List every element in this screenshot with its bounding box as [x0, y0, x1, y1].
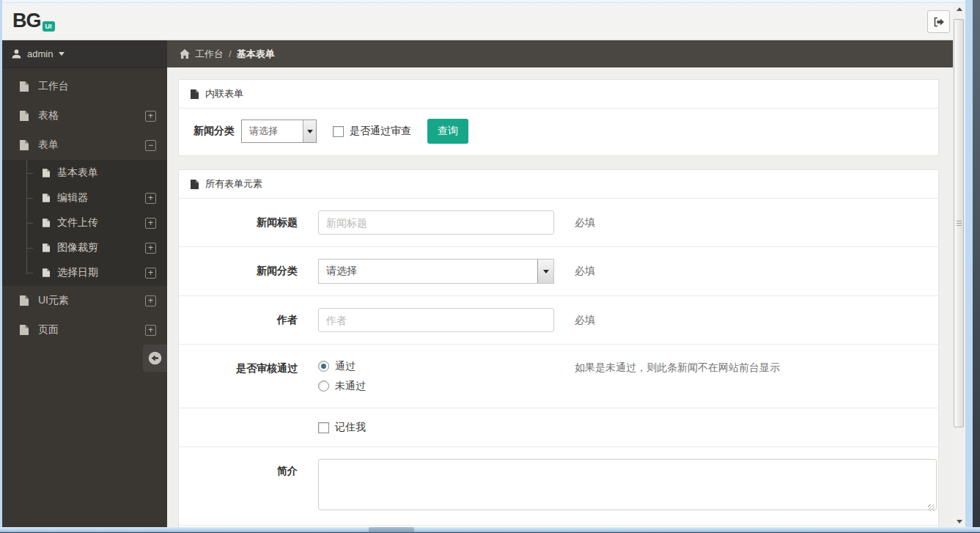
- query-button[interactable]: 查询: [427, 119, 468, 144]
- expand-plus-icon[interactable]: +: [145, 243, 156, 254]
- file-icon: [20, 81, 29, 92]
- field-label: 作者: [179, 308, 318, 332]
- sidebar-collapse-button[interactable]: [143, 345, 167, 372]
- sidebar-subitem-image-crop[interactable]: 图像裁剪 +: [2, 235, 167, 260]
- radio-option-fail: 未通过: [318, 376, 554, 396]
- chevron-down-icon: [543, 270, 549, 273]
- intro-textarea[interactable]: [318, 459, 937, 510]
- panel-header: 内联表单: [179, 80, 938, 109]
- panel-header: 所有表单元素: [179, 170, 938, 199]
- expand-plus-icon[interactable]: +: [145, 268, 156, 279]
- panel-title: 所有表单元素: [205, 177, 262, 191]
- app-logo: BGUI: [12, 10, 54, 32]
- sidebar-subitem-editor[interactable]: 编辑器 +: [2, 185, 167, 210]
- resize-grip-icon[interactable]: [928, 504, 935, 511]
- news-title-input[interactable]: [318, 210, 554, 235]
- tree-dash: [26, 223, 33, 224]
- collapse-minus-icon[interactable]: −: [145, 140, 156, 151]
- select-value: 请选择: [319, 260, 537, 283]
- required-badge: 必填: [575, 259, 595, 284]
- vertical-scrollbar[interactable]: [953, 3, 965, 528]
- news-category-row: 新闻分类 请选择 必填: [179, 247, 938, 296]
- arrow-up-icon: [957, 7, 962, 11]
- sidebar-item-label: UI元素: [38, 294, 69, 307]
- sidebar-subitem-date-picker[interactable]: 选择日期 +: [2, 260, 167, 285]
- field-control: [318, 210, 554, 235]
- expand-plus-icon[interactable]: +: [145, 193, 156, 204]
- window-border-top: [0, 0, 980, 3]
- logout-button[interactable]: [927, 10, 950, 33]
- remember-checkbox-label: 记住我: [335, 421, 366, 434]
- scrollbar-up-button[interactable]: [953, 3, 965, 15]
- select-dropdown-button[interactable]: [303, 120, 316, 142]
- expand-plus-icon[interactable]: +: [145, 218, 156, 229]
- sidebar-item-label: 页面: [38, 323, 59, 337]
- tree-dash: [26, 198, 33, 199]
- intro-row: 简介: [179, 447, 938, 526]
- panel-title: 内联表单: [205, 87, 243, 100]
- field-label: [179, 420, 318, 435]
- review-row: 是否审核通过 通过 未通过 如果是未通过，则此条新闻不在网站前台显示: [179, 345, 938, 408]
- remember-checkbox[interactable]: [318, 422, 329, 433]
- review-checkbox-group: 是否通过审查: [333, 125, 411, 138]
- collapse-arrow-icon: [148, 351, 162, 365]
- file-icon: [43, 194, 50, 202]
- author-input[interactable]: [318, 308, 554, 332]
- inline-form-panel: 内联表单 新闻分类 请选择 是否通过审查 查询: [178, 79, 939, 156]
- field-label: 新闻标题: [179, 210, 318, 235]
- fail-radio-label: 未通过: [335, 380, 366, 393]
- scrollbar-thumb[interactable]: [954, 19, 964, 427]
- field-label: 是否审核通过: [179, 356, 318, 396]
- sidebar-item-ui-elements[interactable]: UI元素 +: [2, 286, 167, 315]
- pass-radio-label: 通过: [335, 360, 355, 373]
- field-control: [318, 308, 554, 332]
- category-select[interactable]: 请选择: [241, 120, 317, 143]
- breadcrumb-home[interactable]: 工作台: [195, 48, 224, 61]
- chevron-down-icon: [307, 130, 313, 133]
- file-icon: [43, 243, 50, 252]
- expand-plus-icon[interactable]: +: [145, 325, 156, 336]
- radio-option-pass: 通过: [318, 356, 554, 376]
- sidebar-item-label: 表单: [38, 139, 59, 152]
- expand-plus-icon[interactable]: +: [145, 295, 156, 306]
- news-category-select[interactable]: 请选择: [318, 259, 554, 284]
- logo-badge: UI: [43, 21, 55, 32]
- field-control: [318, 459, 937, 513]
- user-menu[interactable]: admin: [2, 40, 167, 68]
- fail-radio[interactable]: [318, 381, 329, 392]
- review-checkbox[interactable]: [333, 126, 344, 137]
- tree-dash: [26, 273, 33, 273]
- remember-row: 记住我: [179, 408, 938, 447]
- sidebar-item-workbench[interactable]: 工作台: [2, 72, 167, 101]
- select-dropdown-button[interactable]: [537, 260, 553, 283]
- top-bar: BGUI: [2, 3, 965, 40]
- file-icon: [20, 325, 29, 335]
- forms-submenu: 基本表单 编辑器 + 文件上传 + 图像裁剪: [2, 160, 167, 286]
- sidebar: admin 工作台 表格 + 表单 −: [2, 40, 167, 528]
- home-icon: [180, 49, 190, 59]
- main-content: 内联表单 新闻分类 请选择 是否通过审查 查询 所有表单元素: [167, 67, 953, 528]
- sidebar-subitem-basic-form[interactable]: 基本表单: [2, 161, 167, 185]
- file-icon: [43, 169, 50, 177]
- sidebar-subitem-file-upload[interactable]: 文件上传 +: [2, 210, 167, 235]
- field-control: 请选择: [318, 259, 554, 284]
- required-badge: 必填: [575, 308, 595, 332]
- logout-icon: [932, 16, 945, 28]
- sidebar-item-pages[interactable]: 页面 +: [2, 315, 167, 345]
- caret-down-icon: [59, 52, 65, 56]
- field-control: 通过 未通过: [318, 356, 554, 396]
- scrollbar-grip-icon: [957, 221, 962, 226]
- expand-plus-icon[interactable]: +: [145, 111, 156, 122]
- all-elements-panel: 所有表单元素 新闻标题 必填 新闻分类 请选择 必填: [178, 169, 939, 528]
- scrollbar-down-button[interactable]: [953, 515, 965, 528]
- file-icon: [20, 140, 29, 150]
- sidebar-item-label: 表格: [38, 109, 59, 122]
- pass-radio[interactable]: [318, 361, 329, 372]
- breadcrumb-separator: /: [229, 48, 232, 59]
- sidebar-item-forms[interactable]: 表单 −: [2, 131, 167, 160]
- sidebar-subitem-label: 选择日期: [57, 266, 98, 279]
- file-icon: [20, 111, 29, 121]
- sidebar-item-tables[interactable]: 表格 +: [2, 101, 167, 131]
- sidebar-subitem-label: 文件上传: [57, 216, 98, 229]
- file-icon: [191, 180, 199, 189]
